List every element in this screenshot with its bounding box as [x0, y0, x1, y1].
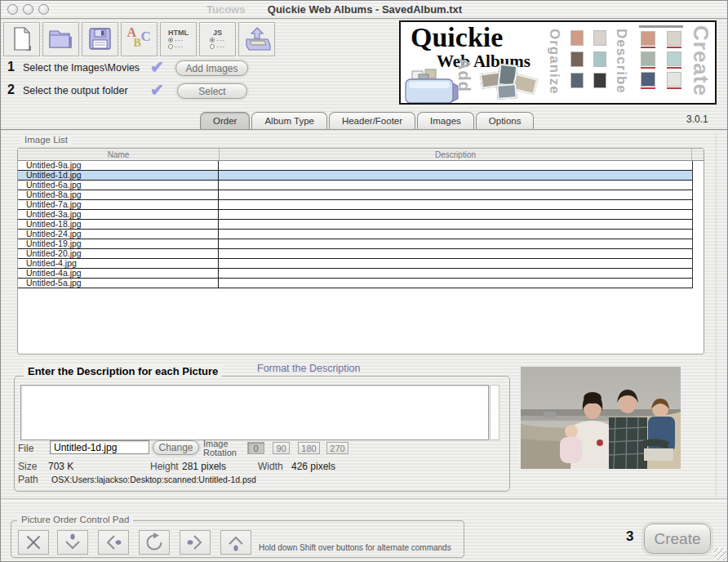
rotate-image-button[interactable]	[139, 530, 170, 555]
chevron-left-icon	[103, 532, 124, 553]
image-description-cell	[219, 210, 692, 219]
step-1-label: Select the Images\Movies	[23, 62, 140, 74]
tab-bar-baseline	[1, 129, 728, 130]
tab-images[interactable]: Images	[417, 112, 474, 130]
image-name-cell: Untitled-4.jpg	[18, 259, 219, 268]
image-description-cell	[219, 200, 692, 209]
path-label: Path	[18, 474, 38, 485]
folder-icon	[48, 29, 74, 50]
move-image-to-end-button[interactable]	[180, 530, 211, 555]
floppy-disk-icon	[89, 28, 112, 51]
image-list-legend: Image List	[20, 135, 72, 145]
title-bar[interactable]: Tucows Quickie Web Albums - SavedAlbum.t…	[1, 1, 728, 19]
open-album-button[interactable]	[42, 22, 79, 56]
quickie-web-albums-window: Tucows Quickie Web Albums - SavedAlbum.t…	[0, 0, 728, 562]
change-file-button[interactable]: Change	[153, 440, 199, 455]
step-2-number: 2	[7, 83, 15, 97]
image-description-cell	[219, 181, 692, 190]
step-2-label: Select the output folder	[23, 85, 128, 96]
move-image-up-button[interactable]	[220, 530, 251, 555]
image-description-cell	[219, 161, 692, 170]
image-name-cell: Untitled-7a.jpg	[18, 200, 219, 209]
description-textarea[interactable]	[20, 385, 489, 440]
image-list-row[interactable]: Untitled-20.jpg	[18, 249, 693, 259]
js-options-button[interactable]: JS --- ---	[199, 22, 236, 56]
image-name-cell: Untitled-1d.jpg	[18, 171, 219, 180]
html-options-button[interactable]: HTML --- ---	[160, 22, 197, 56]
font-settings-button[interactable]: A C B	[121, 22, 158, 56]
image-description-cell	[219, 190, 692, 199]
rotate-0-button[interactable]: 0	[247, 442, 264, 454]
create-button[interactable]: Create	[644, 524, 711, 554]
banner-word-add: Add	[455, 58, 473, 92]
window-right-edge	[716, 133, 717, 497]
window-title: Quickie Web Albums - SavedAlbum.txt	[1, 1, 728, 18]
save-album-button[interactable]	[82, 22, 118, 56]
tab-options[interactable]: Options	[476, 112, 535, 130]
image-description-cell	[219, 230, 692, 239]
banner-word-describe: Describe	[613, 29, 629, 94]
image-list-row[interactable]: Untitled-6a.jpg	[18, 181, 693, 190]
resize-grip[interactable]	[714, 548, 726, 560]
html-options-icon: HTML --- ---	[168, 29, 189, 50]
rotate-icon	[144, 532, 165, 553]
image-name-cell: Untitled-20.jpg	[18, 249, 219, 258]
image-name-cell: Untitled-9a.jpg	[18, 161, 219, 170]
section-divider	[1, 498, 728, 501]
image-list-row[interactable]: Untitled-24.jpg	[18, 230, 693, 239]
chevron-up-icon	[225, 532, 246, 553]
rotate-270-button[interactable]: 270	[326, 442, 348, 454]
delete-image-button[interactable]	[18, 530, 49, 555]
image-list-row[interactable]: Untitled-4a.jpg	[18, 269, 693, 279]
column-header-description[interactable]: Description	[220, 149, 692, 160]
js-options-icon: JS --- ---	[210, 29, 225, 50]
image-list-row[interactable]: Untitled-3a.jpg	[18, 210, 693, 220]
image-list-row[interactable]: Untitled-19.jpg	[18, 239, 693, 249]
width-label: Width	[258, 461, 283, 472]
image-description-cell	[219, 269, 692, 278]
height-label: Height	[150, 461, 179, 472]
export-tray-icon	[243, 27, 271, 51]
rotate-90-button[interactable]: 90	[273, 442, 290, 454]
image-list-row[interactable]: Untitled-4.jpg	[18, 259, 693, 269]
image-name-cell: Untitled-3a.jpg	[18, 210, 219, 219]
image-description-cell	[219, 249, 692, 258]
image-list-row[interactable]: Untitled-18.jpg	[18, 220, 693, 230]
image-list-row[interactable]: Untitled-7a.jpg	[18, 200, 693, 210]
image-list-row[interactable]: Untitled-5a.jpg	[18, 279, 693, 288]
path-value: OSX:Users:lajackso:Desktop:scanned:Untit…	[51, 475, 256, 484]
file-name-input[interactable]	[50, 440, 149, 454]
shift-hint-text: Hold down Shift over buttons for alterna…	[259, 543, 451, 552]
banner-title: Quickie	[411, 22, 503, 53]
tab-header-footer[interactable]: Header/Footer	[329, 112, 415, 130]
banner-photo	[496, 83, 517, 100]
format-description-link[interactable]: Format the Description	[257, 363, 360, 374]
image-list-row[interactable]: Untitled-1d.jpg	[18, 171, 693, 181]
size-value: 703 K	[48, 461, 73, 472]
new-album-button[interactable]	[3, 22, 40, 56]
image-description-cell	[219, 171, 692, 180]
banner-word-organize: Organize	[546, 29, 562, 95]
photo-preview	[521, 367, 681, 469]
column-header-name[interactable]: Name	[18, 149, 220, 160]
app-banner: Quickie Web Albums Add Organize Describe	[399, 20, 717, 105]
export-album-button[interactable]	[238, 22, 275, 56]
select-output-folder-button[interactable]: Select	[177, 83, 247, 99]
move-image-down-button[interactable]	[57, 530, 88, 555]
tab-order[interactable]: Order	[200, 112, 250, 130]
tab-album-type[interactable]: Album Type	[251, 112, 327, 130]
add-images-button[interactable]: Add Images	[175, 60, 248, 76]
abc-font-icon: A C B	[125, 25, 154, 54]
chevron-right-icon	[184, 532, 206, 553]
image-list-row[interactable]: Untitled-8a.jpg	[18, 190, 693, 200]
move-image-to-start-button[interactable]	[98, 530, 129, 555]
rotation-label-line2: Rotation	[203, 448, 237, 457]
description-scrollbar[interactable]	[490, 385, 499, 440]
step-1-number: 1	[7, 60, 15, 74]
rotate-180-button[interactable]: 180	[298, 442, 320, 454]
delete-x-icon	[23, 532, 44, 553]
image-name-cell: Untitled-18.jpg	[18, 220, 219, 229]
description-legend: Enter the Description for each Picture	[24, 365, 222, 377]
image-list-row[interactable]: Untitled-9a.jpg	[18, 161, 693, 171]
image-description-cell	[219, 279, 692, 288]
